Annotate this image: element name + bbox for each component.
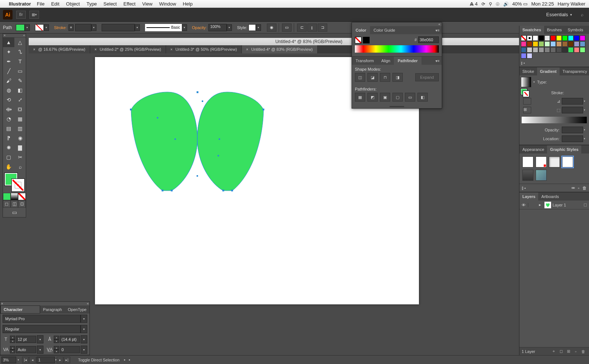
opacity-dropdown[interactable]: ▾	[227, 24, 232, 31]
make-clipping-mask-button[interactable]: ◻	[557, 349, 565, 354]
close-icon[interactable]: ×	[95, 47, 97, 52]
menu-select[interactable]: Select	[103, 1, 117, 7]
menu-object[interactable]: Object	[66, 1, 80, 7]
swatch-item[interactable]	[521, 53, 526, 59]
crop-button[interactable]: ▢	[392, 93, 403, 102]
stroke-weight-spinner[interactable]: ≑	[68, 24, 74, 31]
menu-effect[interactable]: Effect	[123, 1, 135, 7]
swatch-item[interactable]	[521, 47, 526, 53]
arrange-documents-button[interactable]: ▦▾	[29, 11, 39, 19]
bridge-button[interactable]: Br	[16, 11, 26, 19]
brush-definition[interactable]: Basic ▾	[145, 24, 188, 31]
swatch-item[interactable]	[550, 35, 556, 41]
opentype-tab[interactable]: OpenType	[65, 305, 89, 314]
panel-drag-handle[interactable]: «	[352, 22, 442, 26]
paintbrush-tool[interactable]: 🖌	[3, 76, 14, 85]
swatches-tab[interactable]: Swatches	[519, 26, 544, 34]
gradient-opacity-field[interactable]	[562, 127, 583, 133]
adobe-notification-icon[interactable]: ⩓4	[469, 1, 477, 7]
unite-button[interactable]: ◫	[355, 73, 365, 82]
artboard-number-field[interactable]: 1	[36, 357, 55, 363]
expand-button[interactable]: Expand	[415, 73, 439, 81]
panel-menu-button[interactable]: ▾≡	[433, 28, 442, 32]
stroke-weight-field[interactable]	[75, 24, 91, 31]
graphic-style-item[interactable]	[522, 156, 533, 167]
perspective-grid-tool[interactable]: ▦	[14, 114, 26, 124]
aspect-ratio-button[interactable]: ⊞	[523, 107, 531, 113]
align-tab[interactable]: Align	[378, 57, 394, 65]
menu-type[interactable]: Type	[87, 1, 97, 7]
leading-spinner[interactable]: ▴▾	[54, 336, 59, 343]
artwork-shape[interactable]	[127, 89, 267, 196]
free-transform-tool[interactable]: ⛋	[14, 105, 26, 114]
stroke-dropdown[interactable]: ▾	[44, 24, 49, 31]
swatch-item[interactable]	[550, 41, 556, 47]
swatch-none[interactable]	[521, 35, 526, 41]
aspect-ratio-field[interactable]	[562, 107, 583, 113]
color-guide-tab[interactable]: Color Guide	[370, 26, 399, 34]
width-tool[interactable]: ⟴	[3, 105, 14, 114]
stroke-grad-btn2[interactable]	[574, 89, 580, 96]
swatch-item[interactable]	[544, 47, 550, 53]
zoom-field[interactable]: 3%	[1, 357, 16, 363]
user-menu[interactable]: Harry Walker	[558, 1, 585, 7]
magic-wand-tool[interactable]: ✦	[3, 47, 14, 57]
swatch-item[interactable]	[580, 41, 585, 47]
eyedropper-tool[interactable]: ⁋	[3, 133, 14, 143]
new-style-button[interactable]: ▫	[578, 185, 579, 191]
screen-mode-button[interactable]: ▭	[3, 208, 26, 217]
swatch-item[interactable]	[533, 35, 538, 41]
new-sublayer-button[interactable]: ⊞	[565, 349, 572, 354]
color-tab[interactable]: Color	[352, 26, 370, 34]
slice-tool[interactable]: ✂	[14, 152, 26, 162]
column-graph-tool[interactable]: ▇	[14, 143, 26, 152]
swatch-item[interactable]	[521, 41, 526, 47]
symbol-sprayer-tool[interactable]: ✺	[3, 143, 14, 152]
kerning-field[interactable]: Auto	[16, 346, 36, 353]
hex-input[interactable]	[418, 36, 439, 43]
swatch-item[interactable]	[568, 41, 574, 47]
swatch-item[interactable]	[550, 47, 556, 53]
outline-button[interactable]: ▭	[405, 93, 415, 102]
font-style-field[interactable]: Regular	[3, 325, 81, 333]
variable-width-profile[interactable]	[102, 24, 135, 31]
graphic-style-item[interactable]	[536, 156, 547, 167]
align-left-button[interactable]: ⊏	[297, 24, 307, 32]
hand-tool[interactable]: ✋	[3, 162, 14, 172]
swatch-item[interactable]	[556, 41, 562, 47]
align-right-button[interactable]: ⊐	[318, 24, 327, 32]
fill-dropdown[interactable]: ▾	[25, 24, 30, 31]
artboard-tool[interactable]: ▢	[3, 152, 14, 162]
panel-menu-button[interactable]: ▾≡	[433, 59, 442, 63]
divide-button[interactable]: ▦	[355, 93, 365, 102]
mesh-tool[interactable]: ▤	[3, 124, 14, 133]
menu-view[interactable]: View	[142, 1, 152, 7]
artboards-tab[interactable]: Artboards	[538, 192, 562, 201]
pen-tool[interactable]: ✒	[3, 57, 14, 66]
swatch-item[interactable]	[562, 47, 568, 53]
style-dropdown[interactable]: ▾	[256, 24, 261, 31]
gradient-panel-tab[interactable]: Gradient	[537, 67, 560, 75]
floating-panel-group[interactable]: « Color Color Guide ▾≡ # Transform Align…	[352, 22, 442, 109]
minus-front-button[interactable]: ◪	[367, 73, 378, 82]
new-layer-button[interactable]: ▫	[572, 349, 579, 354]
character-tab[interactable]: Character	[0, 305, 40, 314]
style-libraries-button[interactable]: ⫿◂	[522, 185, 526, 191]
color-spectrum[interactable]	[355, 45, 439, 53]
swatch-item[interactable]	[539, 41, 544, 47]
kerning-dropdown[interactable]: ▾	[37, 346, 43, 354]
color-mode-button[interactable]	[3, 193, 11, 200]
fill-control[interactable]: ▾	[16, 24, 31, 31]
battery-status[interactable]: 40% ▭	[512, 1, 528, 7]
trim-button[interactable]: ◩	[367, 93, 378, 102]
char-panel-header[interactable]: ×«	[0, 302, 89, 305]
swatch-item[interactable]	[580, 35, 585, 41]
gradient-slider[interactable]	[522, 117, 587, 123]
stroke-swatch[interactable]	[35, 24, 44, 31]
width-profile-dropdown[interactable]: ▾	[135, 24, 140, 31]
align-center-button[interactable]: ⫿	[307, 24, 317, 32]
kerning-spinner[interactable]: ▴▾	[10, 346, 15, 353]
shape-builder-tool[interactable]: ◔	[3, 114, 14, 124]
swatch-libraries-button[interactable]: ⫿◂	[521, 61, 588, 65]
gradient-location-field[interactable]	[562, 135, 583, 142]
